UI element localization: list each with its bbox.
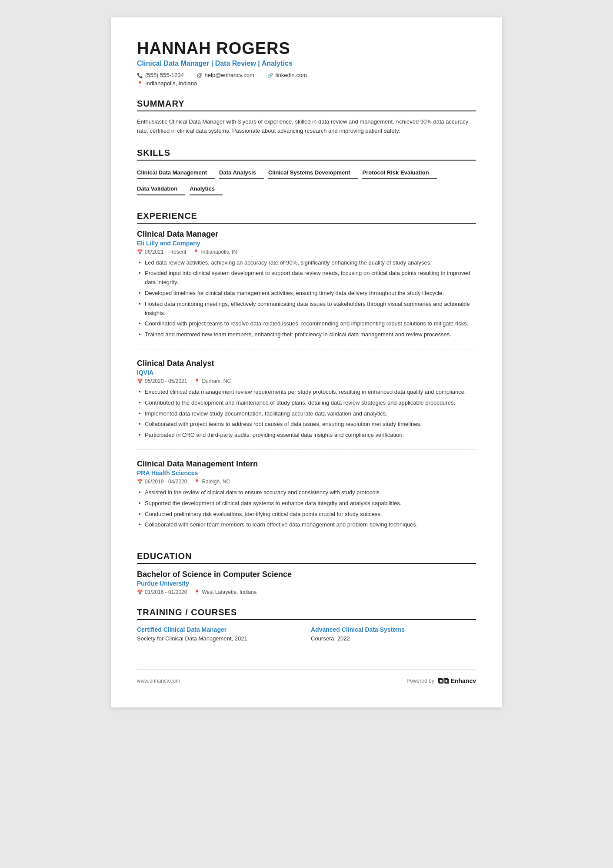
edu-date-text: 01/2016 - 01/2020 — [145, 589, 187, 595]
experience-entry: Clinical Data Management Intern PRA Heal… — [137, 459, 476, 539]
location-text: Indianapolis, Indiana — [145, 80, 197, 87]
pin-icon — [194, 479, 200, 485]
job-title: Clinical Data Manager — [137, 230, 476, 239]
bullet-list: Led data review activities, achieving an… — [137, 258, 476, 339]
skill-item: Protocol Risk Evaluation — [362, 167, 436, 179]
footer: www.enhancv.com Powered by ⧉⧉ Enhancv — [137, 669, 476, 686]
skill-item: Data Analysis — [219, 167, 264, 179]
candidate-title: Clinical Data Manager | Data Review | An… — [137, 60, 476, 67]
training-item-title: Advanced Clinical Data Systems — [311, 626, 476, 633]
phone-contact: (555) 555-1234 — [137, 72, 184, 78]
experience-section: EXPERIENCE Clinical Data Manager Eli Lil… — [137, 211, 476, 540]
skill-item: Clinical Data Management — [137, 167, 215, 179]
experience-entries: Clinical Data Manager Eli Lilly and Comp… — [137, 230, 476, 540]
enhancv-logo: ⧉⧉ Enhancv — [438, 677, 476, 686]
pin-icon — [194, 378, 200, 384]
edu-date: 01/2016 - 01/2020 — [137, 589, 187, 595]
date-range-text: 06/2019 - 04/2020 — [145, 479, 187, 485]
location-pin-icon — [137, 80, 143, 87]
email-address: help@enhancv.com — [205, 72, 254, 78]
header-section: HANNAH ROGERS Clinical Data Manager | Da… — [137, 39, 476, 87]
bullet-item: Participated in CRO and third-party audi… — [137, 431, 476, 440]
calendar-icon — [137, 479, 143, 485]
training-section: TRAINING / COURSES Certified Clinical Da… — [137, 607, 476, 643]
training-title: TRAINING / COURSES — [137, 607, 476, 620]
candidate-name: HANNAH ROGERS — [137, 39, 476, 58]
job-meta: 06/2021 - Present Indianapolis, IN — [137, 249, 476, 255]
bullet-item: Collaborated with project teams to addre… — [137, 420, 476, 429]
edu-degree: Bachelor of Science in Computer Science — [137, 570, 476, 579]
website-url: linkedin.com — [276, 72, 307, 78]
skills-container: Clinical Data ManagementData AnalysisCli… — [137, 167, 476, 199]
bullet-item: Conducted preliminary risk evaluations, … — [137, 510, 476, 519]
job-title: Clinical Data Analyst — [137, 359, 476, 368]
date-range: 05/2020 - 05/2021 — [137, 378, 187, 384]
summary-section: SUMMARY Enthusiastic Clinical Data Manag… — [137, 99, 476, 136]
experience-entry: Clinical Data Manager Eli Lilly and Comp… — [137, 230, 476, 349]
brand-name: Enhancv — [451, 677, 476, 684]
edu-location-text: West Lafayette, Indiana — [202, 589, 257, 595]
bullet-item: Implemented data review study documentat… — [137, 409, 476, 419]
company-name: PRA Health Sciences — [137, 469, 476, 476]
bullet-item: Trained and mentored new team members, e… — [137, 330, 476, 339]
skills-section: SKILLS Clinical Data ManagementData Anal… — [137, 148, 476, 199]
bullet-list: Executed clinical data management review… — [137, 388, 476, 440]
pin-icon — [193, 249, 199, 255]
link-icon — [267, 72, 273, 78]
bullet-item: Executed clinical data management review… — [137, 388, 476, 397]
job-meta: 05/2020 - 05/2021 Durham, NC — [137, 378, 476, 384]
experience-entry: Clinical Data Analyst IQVIA 05/2020 - 05… — [137, 359, 476, 450]
training-item: Certified Clinical Data Manager Society … — [137, 626, 302, 643]
edu-meta: 01/2016 - 01/2020 West Lafayette, Indian… — [137, 589, 476, 595]
date-range-text: 06/2021 - Present — [145, 249, 186, 255]
location-text: Raleigh, NC — [202, 479, 230, 485]
training-grid: Certified Clinical Data Manager Society … — [137, 626, 476, 643]
company-name: Eli Lilly and Company — [137, 240, 476, 247]
training-item: Advanced Clinical Data Systems Coursera,… — [311, 626, 476, 643]
edu-institution: Purdue University — [137, 580, 476, 587]
powered-by-text: Powered by — [406, 678, 434, 684]
footer-powered: Powered by ⧉⧉ Enhancv — [406, 677, 476, 686]
website-contact: linkedin.com — [267, 72, 307, 78]
skill-item: Analytics — [190, 183, 223, 195]
calendar-icon — [137, 378, 143, 384]
contact-row: (555) 555-1234 help@enhancv.com linkedin… — [137, 72, 476, 78]
bullet-item: Led data review activities, achieving an… — [137, 258, 476, 268]
summary-title: SUMMARY — [137, 99, 476, 111]
phone-number: (555) 555-1234 — [145, 72, 184, 78]
email-contact: help@enhancv.com — [197, 72, 254, 78]
bullet-item: Supported the development of clinical da… — [137, 499, 476, 508]
job-location: Durham, NC — [194, 378, 231, 384]
bullet-item: Contributed to the development and maint… — [137, 399, 476, 408]
education-title: EDUCATION — [137, 551, 476, 564]
footer-website: www.enhancv.com — [137, 678, 180, 684]
training-item-detail: Coursera, 2022 — [311, 634, 476, 643]
bullet-item: Assisted in the review of clinical data … — [137, 488, 476, 497]
job-title: Clinical Data Management Intern — [137, 459, 476, 469]
job-location: Indianapolis, IN — [193, 249, 237, 255]
education-entries: Bachelor of Science in Computer Science … — [137, 570, 476, 595]
email-icon — [197, 72, 203, 78]
education-section: EDUCATION Bachelor of Science in Compute… — [137, 551, 476, 595]
location-text: Indianapolis, IN — [201, 249, 237, 255]
job-location: Raleigh, NC — [194, 479, 230, 485]
date-range: 06/2019 - 04/2020 — [137, 479, 187, 485]
summary-text: Enthusiastic Clinical Data Manager with … — [137, 117, 476, 136]
training-item-title: Certified Clinical Data Manager — [137, 626, 302, 633]
skill-item: Clinical Systems Development — [268, 167, 358, 179]
edu-location: West Lafayette, Indiana — [194, 589, 257, 595]
skill-item: Data Validation — [137, 183, 185, 195]
phone-icon — [137, 72, 143, 78]
bullet-item: Collaborated with senior team members to… — [137, 520, 476, 530]
date-range: 06/2021 - Present — [137, 249, 186, 255]
logo-icon: ⧉⧉ — [438, 677, 449, 686]
resume-container: HANNAH ROGERS Clinical Data Manager | Da… — [111, 17, 502, 707]
location-text: Durham, NC — [202, 378, 231, 384]
education-entry: Bachelor of Science in Computer Science … — [137, 570, 476, 595]
location-row: Indianapolis, Indiana — [137, 80, 476, 87]
experience-title: EXPERIENCE — [137, 211, 476, 224]
bullet-item: Developed timelines for clinical data ma… — [137, 289, 476, 298]
date-range-text: 05/2020 - 05/2021 — [145, 378, 187, 384]
bullet-item: Hosted data monitoring meetings, effecti… — [137, 300, 476, 318]
job-meta: 06/2019 - 04/2020 Raleigh, NC — [137, 479, 476, 485]
